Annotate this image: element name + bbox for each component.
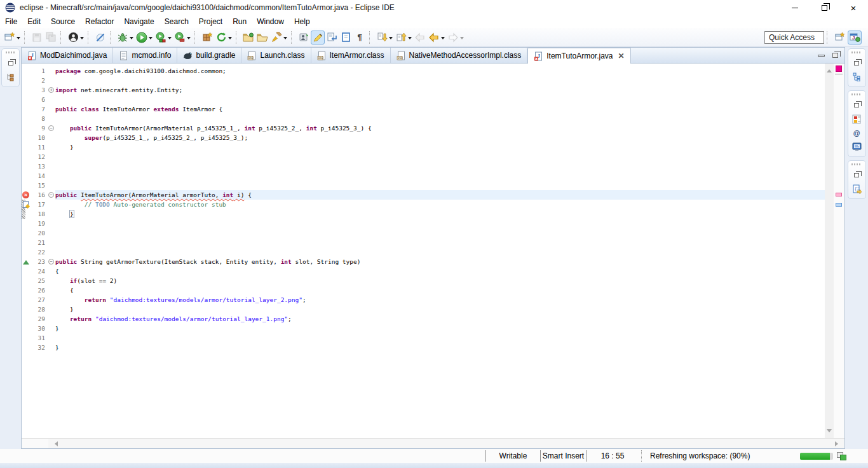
annotation-ruler-cell[interactable] (22, 228, 31, 238)
annotation-ruler-cell[interactable] (22, 314, 31, 324)
annotation-ruler-cell[interactable] (22, 104, 31, 114)
external-tools-button[interactable] (214, 31, 228, 45)
tab-ModDaichimod.java[interactable]: JModDaichimod.java (22, 48, 113, 63)
run-button[interactable] (135, 31, 149, 45)
open-perspective-button[interactable] (832, 31, 846, 45)
restore-view-button[interactable] (851, 59, 862, 67)
code-line[interactable]: } (55, 324, 825, 333)
annotation-ruler-cell[interactable] (22, 247, 31, 257)
profile-dropdown[interactable] (187, 37, 191, 41)
coverage-dropdown[interactable] (168, 37, 172, 41)
code-editor[interactable]: 1package com.google.daichi93100.daichmod… (22, 64, 825, 438)
window-close-button[interactable]: × (839, 0, 868, 15)
code-line[interactable]: public ItemTutoArmor(ArmorMaterial p_i45… (55, 123, 825, 133)
annotation-ruler-cell[interactable]: × (22, 190, 31, 200)
mark-occurrences-toggle[interactable] (311, 31, 325, 45)
forward-button[interactable] (446, 31, 460, 45)
task-list-icon[interactable]: {= (851, 184, 862, 193)
maximize-view-button[interactable] (832, 53, 838, 58)
drag-handle[interactable] (851, 163, 862, 165)
package-explorer-icon[interactable] (6, 72, 16, 81)
tab-ItemTutoArmor.java[interactable]: JItemTutoArmor.java✕ (527, 48, 630, 64)
coverage-button[interactable] (154, 31, 168, 45)
code-line[interactable]: } (55, 305, 825, 314)
format-brush-button[interactable] (269, 31, 283, 45)
javadoc-icon[interactable]: @ (851, 128, 862, 137)
previous-annotation-dropdown[interactable] (408, 37, 412, 41)
progress-view-icon[interactable] (837, 452, 846, 460)
tab-build.gradle[interactable]: build.gradle (177, 48, 241, 63)
annotation-ruler-cell[interactable] (22, 295, 31, 305)
vertical-scrollbar[interactable] (825, 64, 834, 438)
save-all-button[interactable] (44, 31, 58, 45)
code-line[interactable]: public ItemTutoArmor(ArmorMaterial armor… (55, 190, 825, 200)
new-wizard-button[interactable] (3, 31, 17, 45)
menu-help[interactable]: Help (289, 15, 315, 28)
menu-source[interactable]: Source (46, 15, 80, 28)
run-dropdown[interactable] (149, 37, 153, 41)
annotation-ruler-cell[interactable] (22, 286, 31, 295)
fold-collapse-icon[interactable]: − (48, 192, 54, 198)
next-annotation-dropdown[interactable] (389, 37, 393, 41)
menu-project[interactable]: Project (194, 15, 227, 28)
annotation-ruler-cell[interactable] (22, 305, 31, 314)
annotation-ruler-cell[interactable] (22, 181, 31, 190)
menu-refactor[interactable]: Refactor (80, 15, 119, 28)
scroll-right-icon[interactable] (835, 441, 841, 446)
scroll-down-icon[interactable] (827, 429, 832, 435)
scroll-up-icon[interactable] (827, 67, 832, 72)
task-marker[interactable] (836, 203, 842, 207)
code-line[interactable]: { (55, 286, 825, 295)
annotation-ruler-cell[interactable] (22, 171, 31, 181)
fold-collapse-icon[interactable]: − (48, 259, 54, 265)
problems-icon[interactable] (851, 114, 862, 123)
open-folder-button[interactable] (255, 31, 269, 45)
back-button[interactable] (427, 31, 441, 45)
code-line[interactable]: super(p_i45325_1_, p_i45325_2_, p_i45325… (55, 133, 825, 142)
annotation-ruler-cell[interactable] (22, 238, 31, 247)
code-line[interactable] (55, 228, 825, 238)
external-tools-dropdown[interactable] (228, 37, 232, 41)
annotation-ruler-cell[interactable] (22, 133, 31, 142)
code-line[interactable] (55, 162, 825, 171)
window-restore-button[interactable] (810, 0, 839, 15)
code-line[interactable]: package com.google.daichi93100.daichmod.… (55, 66, 825, 76)
annotation-ruler-cell[interactable] (22, 95, 31, 104)
menu-navigate[interactable]: Navigate (119, 15, 159, 28)
annotation-ruler-cell[interactable] (22, 85, 31, 95)
annotation-ruler-cell[interactable] (22, 200, 31, 209)
code-line[interactable] (55, 171, 825, 181)
overall-status-indicator[interactable] (836, 65, 842, 72)
annotation-ruler-cell[interactable] (22, 66, 31, 76)
last-edit-location-button[interactable] (413, 31, 427, 45)
horizontal-scrollbar[interactable] (22, 438, 844, 448)
drag-handle[interactable] (851, 52, 862, 53)
outline-icon[interactable] (851, 72, 862, 81)
console-icon[interactable] (851, 142, 862, 151)
skip-breakpoints-button[interactable] (93, 31, 107, 45)
code-line[interactable]: } (55, 142, 825, 152)
save-button[interactable] (30, 31, 44, 45)
restore-view-button[interactable] (6, 59, 16, 67)
java-perspective-button[interactable]: J (848, 31, 862, 45)
annotation-ruler-cell[interactable] (22, 219, 31, 228)
tab-mcmod.info[interactable]: mcmod.info (113, 48, 177, 63)
link-with-editor-button[interactable] (325, 31, 339, 45)
menu-file[interactable]: File (0, 15, 22, 28)
error-marker[interactable] (836, 193, 842, 196)
code-line[interactable]: return "daichmod:textures/models/armor/t… (55, 314, 825, 324)
code-line[interactable] (55, 152, 825, 162)
drag-handle[interactable] (851, 93, 862, 95)
code-line[interactable]: { (55, 266, 825, 276)
code-line[interactable]: public String getArmorTexture(ItemStack … (55, 257, 825, 266)
menu-run[interactable]: Run (227, 15, 252, 28)
code-line[interactable]: public class ItemTutoArmor extends ItemA… (55, 104, 825, 114)
profile-button[interactable] (173, 31, 187, 45)
tab-Launch.class[interactable]: 010Launch.class (241, 48, 311, 63)
annotation-ruler-cell[interactable] (22, 152, 31, 162)
tab-NativeMethodAccessorImpl.class[interactable]: 010NativeMethodAccessorImpl.class (391, 48, 528, 63)
debug-button[interactable] (116, 31, 130, 45)
code-line[interactable] (55, 247, 825, 257)
open-task-folder-button[interactable] (241, 31, 255, 45)
quick-access-box[interactable]: Quick Access (764, 31, 824, 44)
